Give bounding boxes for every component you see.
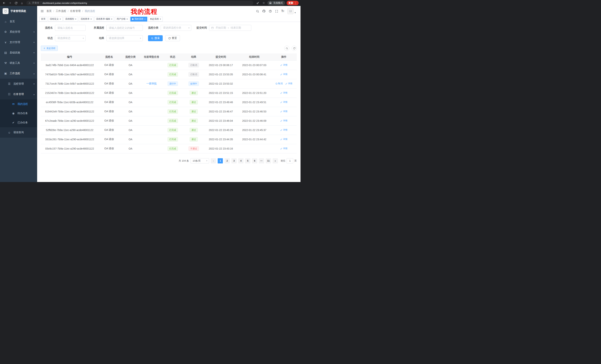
- sidebar-item-todo-tasks[interactable]: ◉ 待办任务: [0, 109, 37, 118]
- tab-home[interactable]: 首页: [39, 17, 47, 21]
- page-size-select[interactable]: 10条/页 ▾: [190, 158, 209, 163]
- page-button-4[interactable]: 4: [238, 158, 243, 163]
- home-icon[interactable]: ⌂: [20, 1, 24, 5]
- calendar-icon: [211, 27, 214, 29]
- table-row: 7470a810-7b9b-11ec-b5b7-acde48001122 OA …: [41, 70, 297, 79]
- next-page-button[interactable]: ›: [273, 158, 278, 163]
- list-icon: ☰: [7, 82, 11, 86]
- process-definition-input[interactable]: [106, 25, 143, 31]
- detail-button[interactable]: 详情: [280, 138, 288, 141]
- detail-button[interactable]: 详情: [280, 119, 288, 122]
- close-icon[interactable]: ×: [90, 18, 92, 20]
- sidebar-item-infrastructure[interactable]: ▤ 基础设施 ▾: [0, 48, 37, 58]
- update-button[interactable]: 更新 ⋮: [287, 1, 299, 5]
- help-icon[interactable]: [269, 10, 272, 13]
- tab-process-definition[interactable]: 流程定义×: [48, 17, 63, 21]
- prev-page-button[interactable]: ‹: [211, 158, 216, 163]
- check-icon: ✔: [11, 121, 15, 124]
- detail-button[interactable]: 详情: [280, 110, 288, 113]
- breadcrumb: 首页 / 工作流程 / 任务管理 / 我的流程: [46, 10, 95, 13]
- bookmark-star-icon[interactable]: ☆: [261, 1, 266, 5]
- detail-button[interactable]: 详情: [280, 73, 288, 76]
- tab-process-form[interactable]: 流程表单×: [79, 17, 93, 21]
- page-button-1[interactable]: 1: [218, 158, 223, 163]
- avatar[interactable]: [287, 8, 294, 14]
- col-process-name: 流程名: [99, 53, 120, 60]
- sidebar-item-leave-query[interactable]: ☺ 请假查询: [0, 127, 37, 138]
- sidebar-item-workflow[interactable]: ▣ 工作流程 ▴: [0, 68, 37, 79]
- browser-menu-dots-icon[interactable]: ⋮: [294, 2, 297, 4]
- tab-start-process[interactable]: 发起流程×: [148, 17, 163, 21]
- close-icon[interactable]: ×: [144, 18, 146, 20]
- close-icon[interactable]: ×: [60, 18, 61, 20]
- sidebar-item-home[interactable]: ⌂ 首页: [0, 16, 37, 27]
- font-size-icon[interactable]: TT: [281, 10, 284, 13]
- sidebar-toggle-icon[interactable]: [39, 8, 45, 14]
- more-pages-button[interactable]: •••: [259, 158, 264, 163]
- chevron-up-icon: ▴: [33, 93, 35, 96]
- sidebar-item-my-process[interactable]: ✉ 我的流程: [0, 99, 37, 109]
- password-key-icon[interactable]: [256, 1, 260, 5]
- process-name-input[interactable]: [55, 25, 86, 31]
- sidebar-item-system-management[interactable]: ⚙ 系统管理 ▾: [0, 27, 37, 37]
- github-icon[interactable]: [262, 10, 266, 13]
- security-label[interactable]: 不安全: [32, 1, 39, 5]
- tab-process-model[interactable]: 流程模型×: [63, 17, 78, 21]
- result-badge: 不通过: [189, 146, 199, 151]
- app-logo-row[interactable]: 芋道管理系统: [0, 6, 37, 16]
- page-button-2[interactable]: 2: [225, 158, 230, 163]
- reset-button[interactable]: 重置: [165, 35, 180, 41]
- goto-page: 前往 页: [281, 158, 297, 163]
- detail-button[interactable]: 详情: [280, 128, 288, 132]
- result-select[interactable]: 请选择流结果 ▾: [106, 35, 143, 41]
- breadcrumb-workflow[interactable]: 工作流程: [56, 10, 66, 13]
- search-icon: [151, 37, 153, 39]
- sidebar-item-payment-management[interactable]: ¥ 支付管理 ▾: [0, 37, 37, 48]
- page-button-3[interactable]: 3: [231, 158, 237, 163]
- tab-my-process[interactable]: 我的流程×: [130, 17, 147, 21]
- reload-icon[interactable]: [14, 1, 18, 5]
- user-menu[interactable]: ▾: [287, 8, 296, 14]
- page-button-11[interactable]: 11: [266, 158, 271, 163]
- sidebar-item-dev-tools[interactable]: ⚒ 研发工具 ▾: [0, 58, 37, 68]
- fullscreen-icon[interactable]: [275, 10, 278, 13]
- back-icon[interactable]: [2, 1, 6, 5]
- category-select[interactable]: 请选择流程分类 ▾: [161, 25, 191, 31]
- detail-button[interactable]: 详情: [285, 82, 292, 85]
- forward-icon[interactable]: [8, 1, 12, 5]
- detail-button[interactable]: 详情: [280, 147, 288, 150]
- search-icon[interactable]: [256, 10, 259, 13]
- status-badge: 已完成: [168, 63, 178, 67]
- refresh-table-button[interactable]: [291, 46, 297, 51]
- goto-page-input[interactable]: [287, 158, 293, 163]
- submit-time-range-picker[interactable]: 开始日期 - 结束日期: [209, 25, 251, 31]
- page-button-5[interactable]: 5: [245, 158, 250, 163]
- search-button[interactable]: 搜索: [148, 35, 163, 41]
- close-icon[interactable]: ×: [75, 18, 76, 20]
- close-icon[interactable]: ×: [127, 18, 128, 20]
- detail-button[interactable]: 详情: [280, 101, 288, 104]
- filter-process-name: 流程名: [43, 25, 86, 31]
- sidebar-item-task-management[interactable]: ☷ 任务管理 ▴: [0, 89, 37, 99]
- eye-icon: ◉: [11, 112, 15, 115]
- tab-process-form-edit[interactable]: 流程表单-编辑×: [94, 17, 114, 21]
- breadcrumb-home[interactable]: 首页: [46, 10, 52, 13]
- current-task-link[interactable]: 一级审批: [146, 82, 157, 85]
- status-select[interactable]: 请选择状态 ▾: [55, 35, 86, 41]
- start-process-button[interactable]: 发起流程: [41, 46, 58, 51]
- close-icon[interactable]: ×: [111, 18, 112, 20]
- show-search-button[interactable]: [284, 46, 289, 51]
- detail-button[interactable]: 详情: [280, 91, 288, 95]
- incognito-badge: 无痕模式: [267, 1, 285, 5]
- sidebar-item-done-tasks[interactable]: ✔ 已办任务: [0, 118, 37, 127]
- page-button-6[interactable]: 6: [252, 158, 257, 163]
- close-icon[interactable]: ×: [160, 18, 161, 20]
- breadcrumb-task-management[interactable]: 任务管理: [70, 10, 80, 13]
- tab-user-group[interactable]: 用户分组×: [115, 17, 130, 21]
- sidebar-item-process-management[interactable]: ☰ 流程管理 ▾: [0, 79, 37, 89]
- detail-button[interactable]: 详情: [280, 63, 288, 67]
- cancel-button[interactable]: 取消: [275, 82, 283, 85]
- address-bar[interactable]: ⚠ 不安全 dashboard.yudao.iocoder.cn/bpm/tas…: [26, 1, 253, 5]
- result-badge: 通过: [190, 109, 198, 114]
- url-text[interactable]: dashboard.yudao.iocoder.cn/bpm/task/my: [42, 2, 87, 4]
